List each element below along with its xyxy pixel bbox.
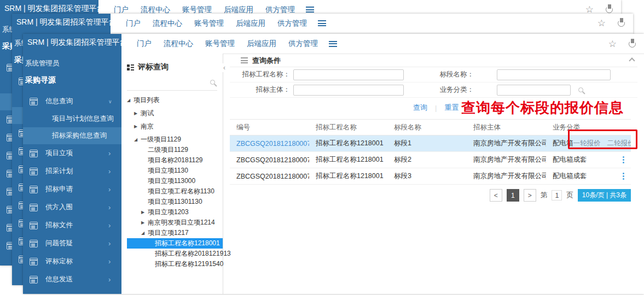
table-row[interactable]: ZBCGSQ201812180007 招标工程名称1218001 标段1 南京房… bbox=[230, 135, 631, 152]
nav-item[interactable]: 账号管理 bbox=[194, 19, 224, 28]
tree-node[interactable]: 项目立项1217 bbox=[127, 228, 217, 238]
table-row[interactable]: ZBCGSQ201812180007 招标工程名称1218001 标段2 南京房… bbox=[230, 152, 631, 168]
category-lookup-icon[interactable] bbox=[578, 87, 583, 92]
sidebar-menu-item[interactable]: 供方入围 bbox=[23, 198, 121, 216]
nav-items: 门户流程中心账号管理后端应用供方管理 bbox=[137, 39, 318, 49]
sidebar-menu-item[interactable]: 招标申请 bbox=[23, 180, 121, 198]
first-round-quote-button[interactable]: 一轮报价 bbox=[573, 139, 601, 148]
sidebar-item-label: 项目与计划信息查询 bbox=[52, 114, 114, 123]
tree-node[interactable]: 南京 bbox=[127, 121, 217, 132]
nav-item[interactable]: 流程中心 bbox=[141, 5, 170, 15]
reset-button[interactable]: 重置 bbox=[444, 103, 459, 113]
sidebar-menu-item[interactable]: 项目立项 bbox=[23, 144, 121, 162]
sidebar-item-label: 招标文件 bbox=[45, 221, 101, 230]
tree-node[interactable]: 项目立项工程名称1130 bbox=[127, 186, 217, 197]
logout-power-icon[interactable] bbox=[606, 6, 613, 13]
tree-expander-icon[interactable] bbox=[127, 98, 134, 103]
row-more-menu-icon[interactable] bbox=[623, 173, 624, 180]
tree-node[interactable]: 招标工程名称2018121913 bbox=[127, 249, 217, 259]
page-size-summary-badge[interactable]: 10条/页 | 共3条 bbox=[578, 189, 631, 202]
category-value: 配电箱 bbox=[553, 139, 573, 148]
hamburger-icon[interactable] bbox=[318, 20, 326, 26]
tree-node[interactable]: 测试 bbox=[127, 108, 217, 119]
chevron-icon bbox=[108, 150, 114, 157]
panel-collapse-icon[interactable]: ‹ bbox=[223, 63, 226, 72]
cell-entity: 南京房地产开发有限公司 bbox=[467, 152, 546, 168]
sidebar-menu-item[interactable]: 评标定标 bbox=[23, 252, 121, 270]
tree-expander-icon[interactable] bbox=[134, 111, 141, 116]
tree-node[interactable]: 招标工程名称12191540 bbox=[127, 259, 217, 269]
tree-node[interactable]: 南京明发项目立项1214 bbox=[127, 217, 217, 228]
entity-input[interactable] bbox=[293, 85, 404, 96]
field-label-project: 招标工程名称： bbox=[230, 70, 290, 79]
nav-item[interactable]: 后端应用 bbox=[236, 19, 265, 28]
tree-search-input[interactable] bbox=[127, 76, 217, 90]
tree-expander-icon[interactable] bbox=[134, 138, 141, 142]
nav-item[interactable]: 供方管理 bbox=[288, 39, 318, 49]
nav-item[interactable]: 供方管理 bbox=[277, 19, 307, 28]
search-button[interactable]: 查询 bbox=[413, 103, 427, 113]
current-page-button[interactable]: 1 bbox=[507, 189, 519, 202]
sidebar-menu-item[interactable]: 招标文件 bbox=[23, 216, 121, 234]
nav-item[interactable]: 流程中心 bbox=[164, 39, 193, 49]
sidebar-section-title: 采购寻源 bbox=[23, 68, 121, 90]
next-page-button[interactable]: > bbox=[524, 189, 536, 202]
nav-item[interactable]: 后端应用 bbox=[247, 39, 276, 49]
sidebar-menu-item[interactable]: 招标采购信息查询 bbox=[23, 127, 121, 144]
nav-item[interactable]: 账号管理 bbox=[205, 39, 235, 49]
section-name-input[interactable] bbox=[497, 69, 611, 80]
nav-item[interactable]: 供方管理 bbox=[265, 5, 295, 15]
nav-item[interactable]: 门户 bbox=[114, 5, 129, 15]
category-value: 配电箱成套 bbox=[553, 172, 587, 181]
sidebar-menu-item[interactable]: 信息发送 bbox=[23, 270, 121, 288]
project-name-input[interactable] bbox=[293, 69, 404, 80]
second-round-quote-button[interactable]: 二轮报价 bbox=[607, 139, 631, 148]
table-row[interactable]: ZBCGSQ201812180007 招标工程名称1218001 标段3 南京房… bbox=[230, 168, 631, 185]
tree-node[interactable]: 项目立项1203 bbox=[127, 207, 217, 217]
logout-power-icon[interactable] bbox=[629, 40, 636, 48]
tree-node[interactable]: 项目立项1130 bbox=[127, 166, 217, 176]
sidebar-menu-item[interactable]: 问题答疑 bbox=[23, 234, 121, 252]
favorite-star-icon[interactable]: ☆ bbox=[608, 39, 617, 49]
collapse-chevron-up-icon[interactable] bbox=[629, 57, 635, 63]
nav-item[interactable]: 门户 bbox=[137, 39, 152, 49]
document-icon bbox=[30, 150, 38, 157]
nav-item[interactable]: 门户 bbox=[126, 19, 141, 28]
tree-node[interactable]: 二级项目1129 bbox=[127, 145, 217, 155]
page-jump-input[interactable]: 1 bbox=[552, 190, 562, 200]
category-input[interactable] bbox=[497, 85, 571, 96]
row-more-menu-icon[interactable] bbox=[623, 156, 624, 163]
sidebar-item-label: 项目立项 bbox=[45, 149, 101, 158]
nav-item[interactable]: 后端应用 bbox=[224, 5, 253, 15]
tree-node[interactable]: 项目名称20181129 bbox=[127, 155, 217, 166]
chevron-icon bbox=[108, 276, 114, 283]
tree-node[interactable]: 一级项目1129 bbox=[127, 134, 217, 145]
row-id-link[interactable]: ZBCGSQ201812180007 bbox=[236, 140, 309, 148]
hamburger-icon[interactable] bbox=[329, 41, 337, 47]
tree-node[interactable]: 项目列表 bbox=[127, 95, 217, 105]
tree-node[interactable]: 项目立项113000 bbox=[127, 176, 217, 186]
hamburger-icon[interactable] bbox=[306, 7, 314, 13]
tree-node-label: 二级项目1129 bbox=[148, 145, 188, 155]
favorite-star-icon[interactable]: ☆ bbox=[585, 5, 594, 14]
tree-expander-icon[interactable] bbox=[134, 125, 141, 129]
tree-expander-icon[interactable] bbox=[141, 221, 148, 225]
tree-node[interactable]: 招标工程名称1218001 bbox=[127, 238, 223, 249]
favorite-star-icon[interactable]: ☆ bbox=[597, 19, 606, 28]
nav-item[interactable]: 流程中心 bbox=[153, 19, 182, 28]
sidebar-menu-item[interactable]: 信息查询 bbox=[23, 92, 121, 110]
tree-expander-icon[interactable] bbox=[141, 231, 148, 235]
document-icon bbox=[30, 258, 38, 266]
search-icon bbox=[210, 80, 215, 85]
cell-category: 配电箱 一轮报价 二轮报价 bbox=[546, 135, 631, 152]
field-label-category: 业务分类： bbox=[409, 85, 494, 95]
nav-item[interactable]: 账号管理 bbox=[182, 5, 212, 15]
sidebar-menu-item[interactable]: 项目与计划信息查询 bbox=[23, 110, 121, 127]
cell-category: 配电箱成套 bbox=[546, 152, 631, 168]
prev-page-button[interactable]: < bbox=[490, 189, 502, 202]
chevron-icon bbox=[108, 258, 114, 265]
sidebar-menu-item[interactable]: 招采计划 bbox=[23, 162, 121, 180]
tree-expander-icon[interactable] bbox=[141, 210, 148, 215]
logout-power-icon[interactable] bbox=[618, 20, 625, 27]
tree-node[interactable]: 项目立项11301130 bbox=[127, 197, 217, 207]
